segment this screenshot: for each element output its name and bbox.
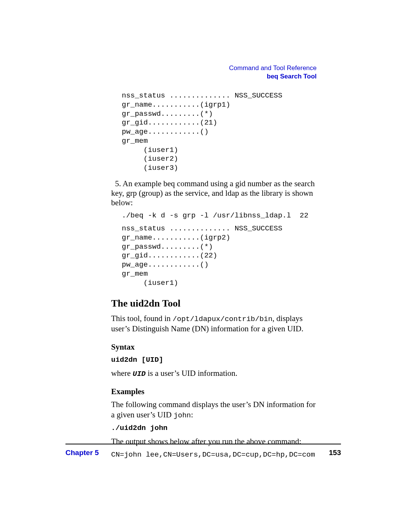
where-prefix: where (111, 369, 133, 378)
footer-page-number: 153 (329, 449, 341, 457)
subsection-examples: Examples (111, 387, 317, 396)
examples-uid: john (174, 411, 191, 420)
where-suffix: is a user’s UID information. (146, 369, 237, 378)
tool-path: /opt/ldapux/contrib/bin (173, 315, 272, 323)
examples-output-intro: The output shows below after you run the… (111, 436, 317, 447)
page: Command and Tool Reference beq Search To… (0, 0, 411, 532)
code-block-output-2: nss_status .............. NSS_SUCCESS gr… (122, 224, 317, 288)
examples-intro: The following command displays the user’… (111, 399, 317, 420)
code-block-output-1: nss_status .............. NSS_SUCCESS gr… (122, 91, 317, 173)
list-text: An example beq command using a gid numbe… (111, 179, 315, 207)
page-content: nss_status .............. NSS_SUCCESS gr… (111, 91, 317, 463)
subsection-syntax: Syntax (111, 342, 317, 352)
uid-var: UID (133, 370, 146, 378)
tool-intro-prefix: This tool, found in (111, 314, 173, 323)
syntax-where: where UID is a user’s UID information. (111, 368, 317, 379)
examples-intro-prefix: The following command displays the user’… (111, 400, 315, 419)
header-subtitle: beq Search Tool (229, 72, 317, 81)
section-heading-uid2dn: The uid2dn Tool (111, 297, 317, 309)
example-command: ./uid2dn john (111, 424, 317, 433)
page-footer: Chapter 5 153 (65, 449, 341, 457)
page-header: Command and Tool Reference beq Search To… (229, 64, 317, 81)
syntax-usage: uid2dn [UID] (111, 356, 317, 364)
list-number: 5. (111, 179, 121, 189)
header-title: Command and Tool Reference (229, 64, 317, 72)
tool-intro: This tool, found in /opt/ldapux/contrib/… (111, 313, 317, 334)
code-block-cmd-2: ./beq -k d -s grp -l /usr/libnss_ldap.l … (122, 211, 317, 220)
footer-rule (65, 444, 341, 444)
footer-chapter: Chapter 5 (65, 449, 99, 457)
list-item-5: 5.An example beq command using a gid num… (111, 179, 317, 208)
examples-intro-suffix: : (191, 410, 193, 419)
